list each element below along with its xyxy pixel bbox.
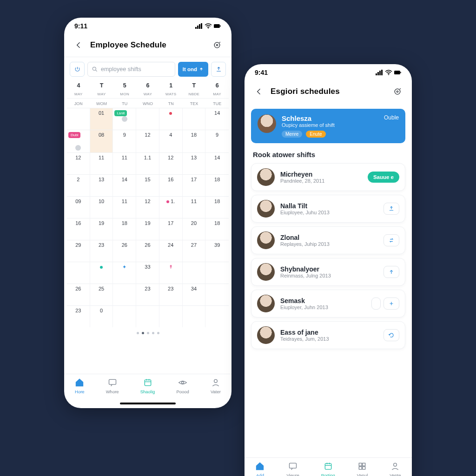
calendar-cell[interactable]: 9 — [205, 130, 229, 152]
calendar-cell[interactable]: 39 — [205, 240, 229, 262]
assign-button[interactable]: Sauue e — [368, 172, 399, 183]
calendar-cell[interactable]: 19 — [90, 218, 113, 240]
calendar-cell[interactable]: 34 — [183, 284, 206, 305]
day-col[interactable]: TWAY — [90, 80, 113, 98]
more-button[interactable] — [371, 298, 381, 310]
employee-row[interactable]: Semask Eiuployer, Juhn 2013 — [251, 290, 405, 317]
calendar-cell[interactable]: 23 — [159, 284, 183, 305]
calendar-cell[interactable]: Dubl — [67, 130, 90, 152]
settings-button[interactable] — [211, 39, 223, 51]
calendar-cell[interactable]: 16 — [159, 175, 183, 196]
search-input[interactable]: employee shifts — [87, 62, 175, 77]
nav-user[interactable]: Vater — [211, 378, 221, 394]
calendar-cell[interactable]: 18 — [205, 175, 229, 196]
calendar-cell[interactable]: 33 — [136, 262, 159, 284]
calendar-cell[interactable]: 25 — [90, 284, 113, 305]
calendar-cell[interactable]: 23 — [90, 240, 113, 262]
calendar-cell[interactable] — [183, 306, 206, 327]
calendar-cell[interactable]: 19 — [136, 218, 159, 240]
featured-employee-card[interactable]: Schlesza Oupicy assieme of shift Menre E… — [251, 109, 405, 143]
employee-row[interactable]: Eass of jane Teidrayes, Jum, 2013 — [251, 321, 405, 349]
calendar-cell[interactable]: 1. — [159, 197, 183, 218]
employee-row[interactable]: Shybnalyoer Reinmass, Julng 2013 — [251, 258, 405, 286]
shift-badge[interactable]: Dubl — [68, 132, 80, 138]
power-button[interactable] — [70, 62, 85, 77]
home-indicator[interactable] — [120, 403, 176, 404]
calendar-cell[interactable] — [136, 108, 159, 130]
calendar-cell[interactable]: 23 — [67, 306, 90, 327]
calendar-cell[interactable]: 01 — [90, 108, 113, 130]
add-button[interactable] — [383, 298, 399, 310]
calendar-cell[interactable]: 12 — [159, 153, 183, 174]
day-col[interactable]: 6WAY — [136, 80, 159, 98]
calendar-cell[interactable]: 2 — [67, 175, 90, 196]
calendar-cell[interactable]: 14 — [205, 153, 229, 174]
nav-home[interactable]: Hore — [75, 378, 85, 394]
calendar-cell[interactable]: 11 — [183, 197, 206, 218]
calendar-cell[interactable] — [205, 306, 229, 327]
calendar-cell[interactable]: ✦ — [113, 262, 136, 284]
calendar-cell[interactable]: 18 — [205, 197, 229, 218]
calendar-cell[interactable]: 17 — [159, 218, 183, 240]
calendar-cell[interactable]: 17 — [183, 175, 206, 196]
calendar-cell[interactable]: 1.1 — [136, 153, 159, 174]
calendar-cell[interactable]: 26 — [136, 240, 159, 262]
calendar-cell[interactable]: 14 — [113, 175, 136, 196]
day-col[interactable]: 5MON — [113, 80, 136, 98]
calendar-cell[interactable]: 18 — [183, 130, 206, 152]
calendar-cell[interactable]: 15 — [136, 175, 159, 196]
calendar-cell[interactable]: 08 — [90, 130, 113, 152]
calendar-cell[interactable]: 09 — [67, 197, 90, 218]
calendar-cell[interactable]: 18 — [205, 218, 229, 240]
nav-home[interactable]: Add — [255, 462, 264, 476]
employee-row[interactable]: Zlonal Replayes, Juhip 2013 — [251, 226, 405, 254]
day-col[interactable]: 6MAY — [205, 80, 229, 98]
export-button[interactable] — [211, 62, 226, 77]
calendar-cell[interactable] — [159, 108, 183, 130]
calendar-cell[interactable] — [183, 108, 206, 130]
promote-button[interactable] — [383, 266, 399, 278]
calendar-cell[interactable]: 16 — [67, 218, 90, 240]
calendar-cell[interactable] — [67, 262, 90, 284]
calendar-cell[interactable] — [183, 262, 206, 284]
back-button[interactable] — [253, 86, 265, 98]
calendar-cell[interactable] — [67, 108, 90, 130]
calendar-cell[interactable] — [113, 306, 136, 327]
calendar-cell[interactable]: 26 — [113, 240, 136, 262]
calendar-cell[interactable]: 12 — [67, 153, 90, 174]
filter-button[interactable]: It ond — [178, 62, 208, 77]
nav-schedule[interactable]: Porting — [321, 462, 335, 476]
refresh-button[interactable] — [383, 329, 399, 341]
calendar-cell[interactable]: 13 — [183, 153, 206, 174]
day-col[interactable]: 1WATS — [159, 80, 183, 98]
calendar-cell[interactable]: 23 — [136, 284, 159, 305]
calendar-cell[interactable] — [136, 306, 159, 327]
calendar-cell[interactable]: 4 — [159, 130, 183, 152]
featured-action[interactable]: Ouble — [384, 114, 399, 121]
back-button[interactable] — [73, 39, 85, 51]
calendar-cell[interactable]: Lsnit — [113, 108, 136, 130]
calendar-cell[interactable]: 12 — [136, 197, 159, 218]
calendar-cell[interactable]: ↟ — [159, 262, 183, 284]
calendar-cell[interactable] — [205, 284, 229, 305]
calendar-cell[interactable] — [90, 262, 113, 284]
calendar-cell[interactable]: 14 — [205, 108, 229, 130]
calendar-cell[interactable]: 18 — [113, 218, 136, 240]
calendar-cell[interactable] — [205, 262, 229, 284]
nav-user[interactable]: Vente — [390, 462, 401, 476]
calendar-cell[interactable]: 9 — [113, 130, 136, 152]
day-col[interactable]: 4MAY — [67, 80, 90, 98]
calendar-cell[interactable]: 20 — [183, 218, 206, 240]
settings-button[interactable] — [391, 86, 403, 98]
nav-where[interactable]: Whore — [106, 378, 119, 394]
calendar-cell[interactable]: 24 — [159, 240, 183, 262]
calendar-cell[interactable]: 29 — [67, 240, 90, 262]
calendar-cell[interactable]: 11 — [113, 197, 136, 218]
nav-where[interactable]: Vieure — [286, 462, 299, 476]
nav-feed[interactable]: Vanul — [357, 462, 368, 476]
employee-row[interactable]: Nalla Tilt Eiuployee, Juhu 2013 — [251, 195, 405, 223]
calendar-cell[interactable]: 27 — [183, 240, 206, 262]
calendar-cell[interactable] — [113, 284, 136, 305]
employee-row[interactable]: Micrheyen Pandnlee, 28, 2011 Sauue e — [251, 163, 405, 191]
calendar-cell[interactable]: 11 — [113, 153, 136, 174]
